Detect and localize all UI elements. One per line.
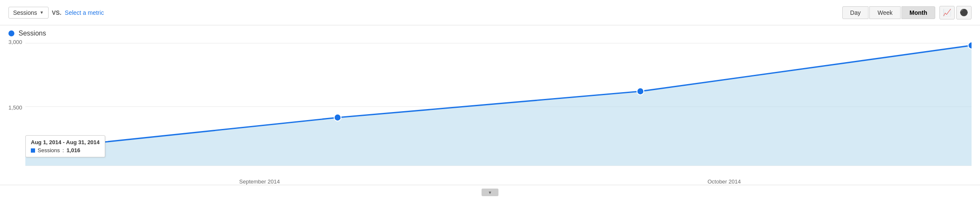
scatter-chart-button[interactable]: ⚫: [956, 6, 972, 19]
toolbar-right: Day Week Month 📈 ⚫: [842, 6, 972, 19]
toolbar-left: Sessions ▼ VS. Select a metric: [8, 7, 104, 19]
scroll-handle-icon: ▼: [488, 190, 492, 195]
main-container: Sessions ▼ VS. Select a metric Day Week …: [0, 0, 980, 219]
sessions-legend-dot: [8, 30, 14, 36]
bottom-bar: ▼: [0, 185, 980, 200]
legend-row: Sessions: [0, 25, 980, 39]
y-axis-labels: 3,000 1,500: [8, 39, 22, 183]
sessions-legend-label: Sessions: [19, 30, 46, 37]
tooltip: Aug 1, 2014 - Aug 31, 2014 Sessions: 1,0…: [25, 135, 105, 157]
line-chart-button[interactable]: 📈: [939, 6, 955, 19]
scatter-chart-icon: ⚫: [960, 8, 968, 16]
chart-area: 3,000 1,500 Aug: [0, 39, 980, 183]
week-button[interactable]: Week: [869, 6, 901, 19]
scroll-handle[interactable]: ▼: [482, 189, 498, 196]
y-label-3000: 3,000: [8, 39, 22, 45]
chart-svg-container: [25, 39, 972, 170]
line-chart-icon: 📈: [943, 8, 951, 16]
data-point-end[interactable]: [968, 42, 972, 49]
data-point-sep[interactable]: [334, 114, 341, 121]
chart-fill: [25, 46, 972, 166]
tooltip-dot: [31, 148, 35, 153]
vs-label: VS.: [52, 9, 62, 16]
tooltip-metric-value: 1,016: [66, 147, 80, 153]
select-metric-link[interactable]: Select a metric: [65, 9, 104, 16]
metric-dropdown[interactable]: Sessions ▼: [8, 7, 49, 19]
metric-dropdown-label: Sessions: [13, 9, 37, 16]
tooltip-row: Sessions: 1,016: [31, 147, 100, 153]
day-button[interactable]: Day: [842, 6, 869, 19]
chart-type-buttons: 📈 ⚫: [939, 6, 972, 19]
tooltip-metric-label: Sessions: [38, 147, 60, 153]
chevron-down-icon: ▼: [40, 10, 44, 15]
data-point-oct[interactable]: [637, 88, 644, 95]
toolbar: Sessions ▼ VS. Select a metric Day Week …: [0, 0, 980, 25]
tooltip-title: Aug 1, 2014 - Aug 31, 2014: [31, 139, 100, 145]
month-button[interactable]: Month: [901, 6, 935, 19]
y-label-1500: 1,500: [8, 104, 22, 111]
chart-svg: [25, 39, 972, 170]
